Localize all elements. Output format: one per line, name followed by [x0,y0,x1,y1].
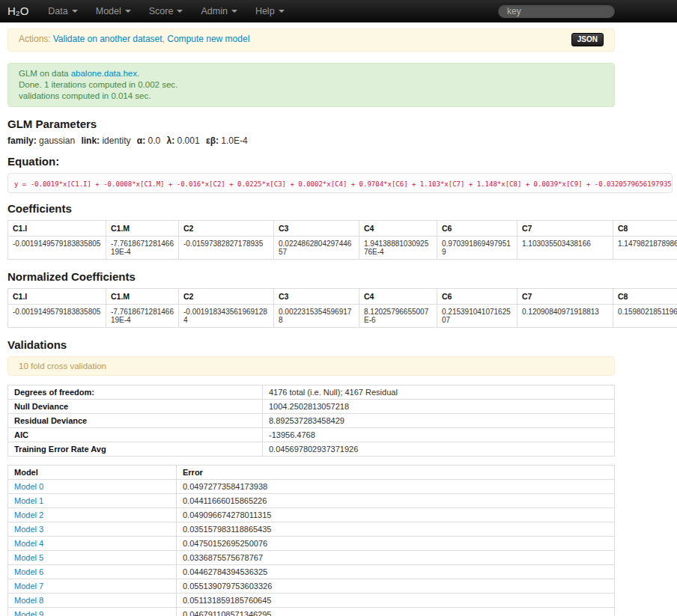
table-row: Model 0 0.04972773584173938 [8,479,615,493]
model-link[interactable]: Model 2 [14,510,43,519]
dataset-link[interactable]: abalone.data.hex [71,69,137,78]
column-header: Error [177,465,615,479]
error-cell: 0.04411666015865226 [177,493,615,507]
column-header: C6 [437,288,517,304]
h2o-logo[interactable]: H₂O [7,4,28,17]
model-link[interactable]: Model 5 [14,553,43,562]
model-link[interactable]: Model 4 [14,539,43,548]
model-link[interactable]: Model 1 [14,496,43,505]
column-header: C4 [359,288,437,304]
column-header: C7 [517,288,613,304]
cell: 0.9703918694979519 [437,236,517,259]
table-row: AIC -13956.4768 [8,427,615,442]
param-value: 0.001 [177,135,200,146]
status-line-3: validations computed in 0.014 sec. [19,91,604,102]
cell: -0.0019149579183835805 [8,304,106,327]
normalized-coefficients-table: C1.I C1.M C2 C3 C4 C6 C7 C8 -0.001914957… [7,288,677,328]
coefficients-heading: Coefficients [7,202,677,215]
summary-label: Training Error Rate Avg [8,442,263,456]
param-link: link: identity [81,135,130,146]
column-header: C1.M [106,220,179,236]
cell: -7.761867128146619E-4 [106,236,179,259]
model-link[interactable]: Model 0 [14,482,43,491]
column-header: C8 [613,288,677,304]
table-row: Model 1 0.04411666015865226 [8,493,615,507]
glm-parameters: family: gaussian link: identity α: 0.0 λ… [7,135,677,146]
search-input[interactable] [497,4,616,19]
normalized-header-row: C1.I C1.M C2 C3 C4 C6 C7 C8 [8,288,677,304]
nav-menu-help[interactable]: Help [246,0,294,22]
param-family: family: gaussian [7,135,75,146]
column-header: C3 [274,288,359,304]
summary-label: AIC [8,427,263,442]
summary-value: 0.045697802937371926 [263,442,615,456]
table-row: Model 3 0.035157983118865435 [8,522,615,536]
param-value: 1.0E-4 [221,135,247,146]
nav-menu-score[interactable]: Score [140,0,192,22]
param-label: α: [137,135,145,146]
cell: -0.01597382827178935 [179,236,274,259]
actions-label: Actions: [19,34,51,44]
validate-dataset-link[interactable]: Validate on another dataset [53,34,163,44]
nav-menu-data[interactable]: Data [39,0,86,22]
column-header: Model [8,465,177,479]
summary-value: 4176 total (i.e. Null); 4167 Residual [263,385,615,399]
model-cell: Model 3 [8,522,177,536]
cell: 1.1479821878986511 [613,236,677,259]
column-header: C1.M [106,288,179,304]
compute-model-link[interactable]: Compute new model [167,34,249,44]
cell: 0.12090840971918813 [517,304,613,327]
table-row: Residual Deviance 8.892537283458429 [8,413,615,427]
model-link[interactable]: Model 3 [14,525,43,534]
cell: 1.103035503438166 [517,236,613,259]
column-header: C8 [613,220,677,236]
error-cell: 0.035157983118865435 [177,522,615,536]
summary-value: -13956.4768 [263,427,615,442]
model-cell: Model 6 [8,564,177,579]
model-link[interactable]: Model 8 [14,596,43,605]
column-header: C1.I [8,288,106,304]
cell: -7.761867128146619E-4 [106,304,179,327]
cell: 8.12025796655007E-6 [359,304,437,327]
model-link[interactable]: Model 6 [14,567,43,576]
glm-parameters-heading: GLM Parameters [7,118,677,130]
model-cell: Model 2 [8,507,177,522]
error-cell: 0.0336875575678767 [177,550,615,564]
table-row: Training Error Rate Avg 0.04569780293737… [8,442,615,456]
cell: 0.00223153545969178 [274,304,359,327]
model-cell: Model 9 [8,607,177,616]
param-value: identity [102,135,130,146]
param-label: εβ: [206,135,219,146]
table-row: Model 8 0.051131859185760645 [8,593,615,607]
column-header: C1.I [8,220,106,236]
summary-label: Null Deviance [8,399,263,413]
error-cell: 0.04750152695250076 [177,536,615,550]
nav-menu-data-label: Data [48,6,67,16]
coefficients-value-row: -0.0019149579183835805 -7.76186712814661… [8,236,677,259]
models-table: Model Error Model 0 0.04972773584173938 … [7,465,615,616]
nav-menu-help-label: Help [255,6,275,16]
model-link[interactable]: Model 9 [14,610,43,616]
summary-label: Degrees of freedom: [8,385,263,399]
status-line-1-suffix: . [137,69,139,78]
page: H₂O Data Model Score Admin Help JSON Act… [0,0,677,616]
nav-menu-model[interactable]: Model [87,0,140,22]
nav-menu-admin[interactable]: Admin [192,0,246,22]
cell: -0.0019183435619691284 [179,304,274,327]
cell: 0.1598021851196413 [613,304,677,327]
status-line-1-prefix: GLM on data [19,69,71,78]
status-message: GLM on data abalone.data.hex. Done. 1 it… [7,63,615,107]
model-link[interactable]: Model 7 [14,582,43,591]
cell: -0.0019149579183835805 [8,236,106,259]
model-cell: Model 1 [8,493,177,507]
nav-menu-score-label: Score [149,6,174,16]
chevron-down-icon [177,10,183,13]
column-header: C2 [179,220,274,236]
json-button[interactable]: JSON [571,33,604,46]
validations-heading: Validations [7,338,677,351]
models-header-row: Model Error [8,465,615,479]
equation-text: y = -0.0019*x[C1.I] + -0.0008*x[C1.M] + … [14,180,673,188]
param-value: gaussian [39,135,75,146]
equation-heading: Equation: [7,155,677,168]
chevron-down-icon [125,10,131,13]
